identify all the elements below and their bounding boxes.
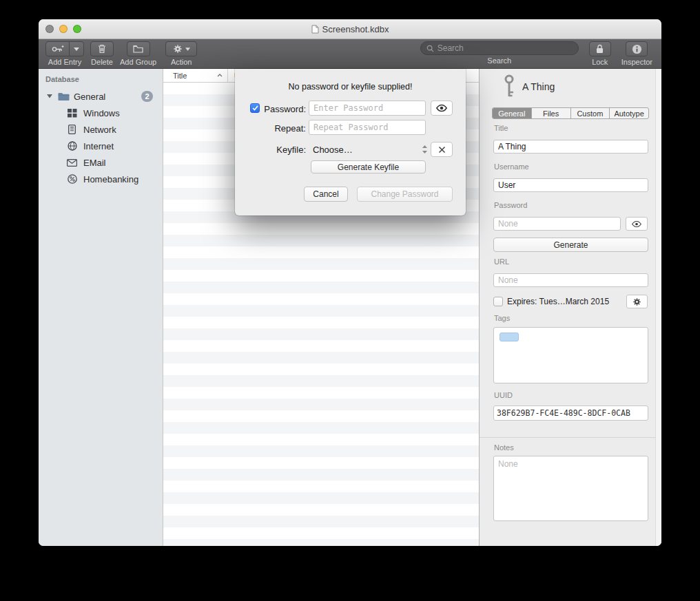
entry-count-badge: 2 xyxy=(141,91,153,102)
inspector-panel: A Thing General Files Custom Autotype Ti… xyxy=(479,69,661,546)
sidebar-item-email[interactable]: EMail xyxy=(39,154,163,171)
internet-globe-icon xyxy=(66,141,78,151)
username-field-label: Username xyxy=(494,162,529,171)
expires-checkbox[interactable] xyxy=(493,297,503,306)
email-envelope-icon xyxy=(66,159,78,167)
inspector-label: Inspector xyxy=(621,58,652,66)
inspector-button[interactable] xyxy=(626,41,648,56)
minimize-button[interactable] xyxy=(59,25,68,33)
uuid-field-label: UUID xyxy=(494,391,513,399)
key-plus-icon xyxy=(46,42,70,56)
eye-icon xyxy=(631,220,642,228)
document-icon xyxy=(311,25,319,34)
chevron-down-icon[interactable] xyxy=(70,42,83,56)
keyfile-select[interactable]: Choose… xyxy=(309,142,429,157)
folder-icon xyxy=(133,45,143,53)
close-button[interactable] xyxy=(45,25,54,33)
url-input[interactable] xyxy=(493,273,648,287)
username-input[interactable] xyxy=(493,178,648,192)
action-label: Action xyxy=(171,58,192,66)
password-input[interactable] xyxy=(493,217,621,231)
key-icon xyxy=(502,74,516,101)
column-header-title[interactable]: Title xyxy=(163,69,228,82)
inspector-tabs: General Files Custom Autotype xyxy=(492,107,649,119)
keyfile-value: Choose… xyxy=(313,145,353,155)
window-title: Screenshot.kdbx xyxy=(322,24,389,34)
app-window: Screenshot.kdbx Add Entry xyxy=(39,19,661,546)
gear-icon xyxy=(632,297,641,306)
url-field-label: URL xyxy=(494,257,509,266)
add-group-button[interactable] xyxy=(127,41,150,56)
delete-label: Delete xyxy=(91,58,113,66)
sidebar-item-label: Network xyxy=(83,125,116,135)
tag-pill[interactable] xyxy=(500,333,519,341)
keyfile-label: Keyfile: xyxy=(262,145,306,155)
uuid-input[interactable] xyxy=(493,405,648,421)
add-group-label: Add Group xyxy=(120,58,156,66)
folder-icon xyxy=(58,92,70,101)
sidebar-section-header: Database xyxy=(39,75,163,88)
zoom-button[interactable] xyxy=(73,25,81,33)
change-password-button[interactable]: Change Password xyxy=(357,187,453,202)
info-icon xyxy=(632,44,642,54)
notes-textarea[interactable] xyxy=(493,456,648,521)
dialog-repeat-input[interactable] xyxy=(309,120,426,135)
inspector-divider xyxy=(480,437,655,438)
repeat-label: Repeat: xyxy=(262,123,306,134)
expires-label: Expires: Tues…March 2015 xyxy=(507,297,609,306)
change-password-dialog: No password or keyfile supplied! Passwor… xyxy=(235,69,466,215)
sidebar-group-general[interactable]: General 2 xyxy=(39,88,163,105)
sidebar-item-label: Homebanking xyxy=(83,174,138,184)
sidebar-item-windows[interactable]: Windows xyxy=(39,105,163,121)
change-password-label: Change Password xyxy=(371,189,438,199)
tags-field-label: Tags xyxy=(494,314,510,322)
tab-general[interactable]: General xyxy=(493,108,532,118)
reveal-password-button[interactable] xyxy=(626,217,648,231)
cancel-label: Cancel xyxy=(313,189,338,199)
generate-label: Generate xyxy=(553,240,588,250)
tab-files[interactable]: Files xyxy=(532,108,571,118)
sidebar-item-homebanking[interactable]: Homebanking xyxy=(39,171,163,187)
traffic-lights xyxy=(45,25,81,33)
dialog-message: No password or keyfile supplied! xyxy=(235,82,466,92)
tab-custom[interactable]: Custom xyxy=(571,108,610,118)
sidebar-item-label: EMail xyxy=(83,158,106,168)
eye-icon xyxy=(435,104,448,112)
sidebar-item-network[interactable]: Network xyxy=(39,121,163,138)
lock-icon xyxy=(596,44,604,54)
entry-title: A Thing xyxy=(522,81,555,92)
generate-keyfile-label: Generate Keyfile xyxy=(338,162,399,172)
dialog-password-input[interactable] xyxy=(309,101,426,116)
action-button[interactable] xyxy=(165,41,197,56)
clear-keyfile-button[interactable] xyxy=(431,142,453,157)
generate-password-button[interactable]: Generate xyxy=(493,238,648,252)
generate-keyfile-button[interactable]: Generate Keyfile xyxy=(311,160,426,173)
lock-label: Lock xyxy=(592,58,608,66)
gear-icon xyxy=(173,44,183,54)
reveal-password-button[interactable] xyxy=(431,101,453,116)
add-entry-button[interactable] xyxy=(45,41,84,56)
tab-autotype[interactable]: Autotype xyxy=(610,108,648,118)
titlebar: Screenshot.kdbx xyxy=(39,19,661,39)
disclosure-triangle-icon[interactable] xyxy=(47,94,54,98)
homebanking-percent-icon xyxy=(66,174,78,184)
tags-input-area[interactable] xyxy=(493,327,648,383)
password-checkbox[interactable] xyxy=(250,103,260,113)
sidebar-item-internet[interactable]: Internet xyxy=(39,138,163,154)
windows-icon xyxy=(66,109,78,118)
search-box xyxy=(420,41,579,55)
search-input[interactable] xyxy=(438,43,573,53)
cancel-button[interactable]: Cancel xyxy=(304,187,348,202)
expires-settings-button[interactable] xyxy=(626,295,648,308)
inspector-scrollbar[interactable] xyxy=(655,69,661,546)
window-title-group: Screenshot.kdbx xyxy=(311,24,389,34)
sort-ascending-icon xyxy=(217,74,223,77)
toolbar: Add Entry Delete Add Group xyxy=(39,39,661,69)
delete-button[interactable] xyxy=(90,41,114,56)
title-input[interactable] xyxy=(493,140,648,154)
network-icon xyxy=(66,125,78,134)
lock-button[interactable] xyxy=(589,41,611,56)
add-entry-label: Add Entry xyxy=(48,58,81,66)
stepper-icon xyxy=(422,145,428,154)
x-icon xyxy=(438,146,446,154)
